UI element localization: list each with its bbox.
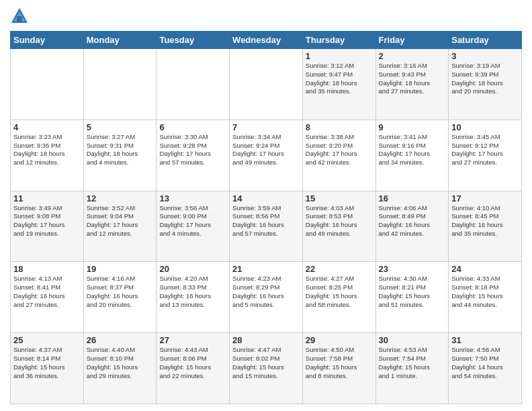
day-cell: 15Sunrise: 4:03 AM Sunset: 8:53 PM Dayli… <box>302 191 375 262</box>
week-row-4: 18Sunrise: 4:13 AM Sunset: 8:41 PM Dayli… <box>11 262 522 333</box>
day-cell: 18Sunrise: 4:13 AM Sunset: 8:41 PM Dayli… <box>11 262 84 333</box>
day-cell: 26Sunrise: 4:40 AM Sunset: 8:10 PM Dayli… <box>83 333 157 404</box>
calendar-page: SundayMondayTuesdayWednesdayThursdayFrid… <box>0 0 532 411</box>
day-cell: 29Sunrise: 4:50 AM Sunset: 7:58 PM Dayli… <box>302 333 375 404</box>
day-number: 23 <box>379 264 446 274</box>
day-info: Sunrise: 4:27 AM Sunset: 8:25 PM Dayligh… <box>306 275 373 309</box>
day-info: Sunrise: 4:40 AM Sunset: 8:10 PM Dayligh… <box>87 346 154 380</box>
day-info: Sunrise: 4:10 AM Sunset: 8:45 PM Dayligh… <box>451 204 519 238</box>
week-row-5: 25Sunrise: 4:37 AM Sunset: 8:14 PM Dayli… <box>11 333 522 404</box>
day-info: Sunrise: 4:43 AM Sunset: 8:06 PM Dayligh… <box>159 346 226 380</box>
day-info: Sunrise: 3:38 AM Sunset: 9:20 PM Dayligh… <box>306 133 373 167</box>
day-info: Sunrise: 4:33 AM Sunset: 8:18 PM Dayligh… <box>451 275 519 309</box>
day-number: 19 <box>87 264 154 274</box>
day-cell: 8Sunrise: 3:38 AM Sunset: 9:20 PM Daylig… <box>302 120 375 191</box>
day-cell: 22Sunrise: 4:27 AM Sunset: 8:25 PM Dayli… <box>302 262 375 333</box>
day-info: Sunrise: 3:49 AM Sunset: 9:08 PM Dayligh… <box>13 204 81 238</box>
day-number: 17 <box>451 193 519 203</box>
day-cell <box>157 49 230 120</box>
day-info: Sunrise: 3:16 AM Sunset: 9:43 PM Dayligh… <box>379 62 446 96</box>
day-info: Sunrise: 4:47 AM Sunset: 8:02 PM Dayligh… <box>232 346 300 380</box>
day-cell <box>11 49 84 120</box>
day-info: Sunrise: 3:19 AM Sunset: 9:39 PM Dayligh… <box>451 62 519 96</box>
day-number: 27 <box>159 335 226 345</box>
day-number: 5 <box>87 122 154 132</box>
weekday-header-tuesday: Tuesday <box>157 32 230 49</box>
weekday-row: SundayMondayTuesdayWednesdayThursdayFrid… <box>11 32 522 49</box>
day-number: 30 <box>379 335 446 345</box>
day-cell: 12Sunrise: 3:52 AM Sunset: 9:04 PM Dayli… <box>83 191 157 262</box>
page-header <box>10 7 522 26</box>
weekday-header-thursday: Thursday <box>302 32 375 49</box>
day-number: 14 <box>232 193 300 203</box>
day-number: 22 <box>306 264 373 274</box>
day-info: Sunrise: 4:20 AM Sunset: 8:33 PM Dayligh… <box>159 275 226 309</box>
weekday-header-monday: Monday <box>83 32 157 49</box>
day-info: Sunrise: 3:30 AM Sunset: 9:28 PM Dayligh… <box>159 133 226 167</box>
day-info: Sunrise: 4:56 AM Sunset: 7:50 PM Dayligh… <box>451 346 519 380</box>
day-info: Sunrise: 4:30 AM Sunset: 8:21 PM Dayligh… <box>379 275 446 309</box>
day-number: 29 <box>306 335 373 345</box>
day-number: 11 <box>13 193 81 203</box>
calendar-header: SundayMondayTuesdayWednesdayThursdayFrid… <box>11 32 522 49</box>
svg-rect-2 <box>17 16 22 21</box>
day-cell: 30Sunrise: 4:53 AM Sunset: 7:54 PM Dayli… <box>375 333 449 404</box>
day-info: Sunrise: 4:13 AM Sunset: 8:41 PM Dayligh… <box>13 275 81 309</box>
logo-icon <box>10 7 29 26</box>
day-number: 1 <box>306 51 373 61</box>
day-number: 9 <box>379 122 446 132</box>
day-info: Sunrise: 3:23 AM Sunset: 9:35 PM Dayligh… <box>13 133 81 167</box>
day-cell: 10Sunrise: 3:45 AM Sunset: 9:12 PM Dayli… <box>449 120 522 191</box>
day-number: 24 <box>451 264 519 274</box>
weekday-header-sunday: Sunday <box>11 32 84 49</box>
day-number: 31 <box>451 335 519 345</box>
day-cell: 6Sunrise: 3:30 AM Sunset: 9:28 PM Daylig… <box>157 120 230 191</box>
day-cell <box>230 49 303 120</box>
day-cell: 4Sunrise: 3:23 AM Sunset: 9:35 PM Daylig… <box>11 120 84 191</box>
weekday-header-friday: Friday <box>375 32 449 49</box>
logo <box>10 7 32 26</box>
day-cell: 31Sunrise: 4:56 AM Sunset: 7:50 PM Dayli… <box>449 333 522 404</box>
calendar-body: 1Sunrise: 3:12 AM Sunset: 9:47 PM Daylig… <box>11 49 522 404</box>
weekday-header-wednesday: Wednesday <box>230 32 303 49</box>
day-info: Sunrise: 3:27 AM Sunset: 9:31 PM Dayligh… <box>87 133 154 167</box>
day-info: Sunrise: 3:41 AM Sunset: 9:16 PM Dayligh… <box>379 133 446 167</box>
day-info: Sunrise: 4:37 AM Sunset: 8:14 PM Dayligh… <box>13 346 81 380</box>
day-info: Sunrise: 4:50 AM Sunset: 7:58 PM Dayligh… <box>306 346 373 380</box>
day-info: Sunrise: 3:52 AM Sunset: 9:04 PM Dayligh… <box>87 204 154 238</box>
day-number: 3 <box>451 51 519 61</box>
day-number: 18 <box>13 264 81 274</box>
day-number: 6 <box>159 122 226 132</box>
day-info: Sunrise: 4:53 AM Sunset: 7:54 PM Dayligh… <box>379 346 446 380</box>
day-info: Sunrise: 4:03 AM Sunset: 8:53 PM Dayligh… <box>306 204 373 238</box>
day-info: Sunrise: 3:34 AM Sunset: 9:24 PM Dayligh… <box>232 133 300 167</box>
day-cell: 13Sunrise: 3:56 AM Sunset: 9:00 PM Dayli… <box>157 191 230 262</box>
day-cell: 19Sunrise: 4:16 AM Sunset: 8:37 PM Dayli… <box>83 262 157 333</box>
day-cell: 2Sunrise: 3:16 AM Sunset: 9:43 PM Daylig… <box>375 49 449 120</box>
day-cell: 16Sunrise: 4:06 AM Sunset: 8:49 PM Dayli… <box>375 191 449 262</box>
day-cell <box>83 49 157 120</box>
day-number: 26 <box>87 335 154 345</box>
day-cell: 25Sunrise: 4:37 AM Sunset: 8:14 PM Dayli… <box>11 333 84 404</box>
day-cell: 28Sunrise: 4:47 AM Sunset: 8:02 PM Dayli… <box>230 333 303 404</box>
day-cell: 23Sunrise: 4:30 AM Sunset: 8:21 PM Dayli… <box>375 262 449 333</box>
week-row-3: 11Sunrise: 3:49 AM Sunset: 9:08 PM Dayli… <box>11 191 522 262</box>
day-info: Sunrise: 4:16 AM Sunset: 8:37 PM Dayligh… <box>87 275 154 309</box>
day-info: Sunrise: 4:23 AM Sunset: 8:29 PM Dayligh… <box>232 275 300 309</box>
day-cell: 17Sunrise: 4:10 AM Sunset: 8:45 PM Dayli… <box>449 191 522 262</box>
day-cell: 5Sunrise: 3:27 AM Sunset: 9:31 PM Daylig… <box>83 120 157 191</box>
day-cell: 9Sunrise: 3:41 AM Sunset: 9:16 PM Daylig… <box>375 120 449 191</box>
day-info: Sunrise: 3:45 AM Sunset: 9:12 PM Dayligh… <box>451 133 519 167</box>
day-number: 12 <box>87 193 154 203</box>
day-number: 2 <box>379 51 446 61</box>
day-cell: 14Sunrise: 3:59 AM Sunset: 8:56 PM Dayli… <box>230 191 303 262</box>
day-number: 21 <box>232 264 300 274</box>
day-info: Sunrise: 4:06 AM Sunset: 8:49 PM Dayligh… <box>379 204 446 238</box>
day-number: 4 <box>13 122 81 132</box>
calendar-table: SundayMondayTuesdayWednesdayThursdayFrid… <box>10 31 522 404</box>
day-info: Sunrise: 3:59 AM Sunset: 8:56 PM Dayligh… <box>232 204 300 238</box>
day-cell: 27Sunrise: 4:43 AM Sunset: 8:06 PM Dayli… <box>157 333 230 404</box>
day-cell: 21Sunrise: 4:23 AM Sunset: 8:29 PM Dayli… <box>230 262 303 333</box>
day-number: 10 <box>451 122 519 132</box>
week-row-2: 4Sunrise: 3:23 AM Sunset: 9:35 PM Daylig… <box>11 120 522 191</box>
